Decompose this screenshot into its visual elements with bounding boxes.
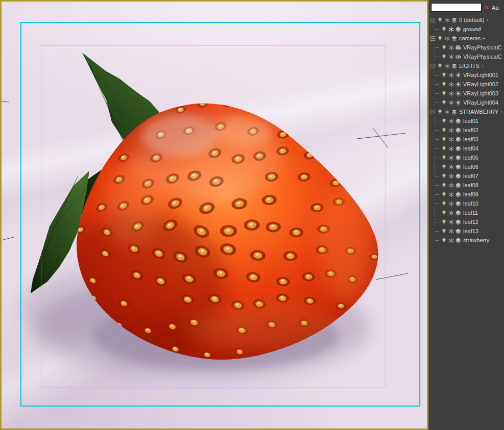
tree-row-vraylight001[interactable]: VRayLight001 — [429, 70, 504, 80]
collapse-toggle[interactable]: − — [431, 36, 435, 41]
snowflake-icon[interactable] — [448, 72, 455, 79]
snowflake-icon[interactable] — [444, 109, 450, 115]
node-label[interactable]: LIGHTS — [459, 63, 480, 69]
node-label[interactable]: leaf02 — [463, 127, 478, 133]
snowflake-icon[interactable] — [448, 127, 455, 134]
node-label[interactable]: leaf06 — [463, 164, 478, 170]
lightbulb-icon[interactable] — [441, 72, 447, 79]
tree-row-leaf08[interactable]: leaf08 — [429, 181, 504, 190]
tree-row-strawberry[interactable]: −STRAWBERRY+ — [429, 107, 504, 116]
lightbulb-icon[interactable] — [441, 173, 447, 180]
tree-row-leaf04[interactable]: leaf04 — [429, 144, 504, 153]
snowflake-icon[interactable] — [448, 228, 455, 235]
node-label[interactable]: leaf08 — [463, 182, 478, 188]
snowflake-icon[interactable] — [448, 81, 455, 88]
lightbulb-icon[interactable] — [441, 145, 447, 152]
snowflake-icon[interactable] — [448, 145, 455, 152]
viewport[interactable] — [2, 2, 427, 428]
tree-row-leaf02[interactable]: leaf02 — [429, 125, 504, 135]
lightbulb-icon[interactable] — [437, 63, 443, 69]
tree-row-cameras[interactable]: −cameras+ — [429, 34, 504, 43]
lightbulb-icon[interactable] — [441, 228, 447, 235]
lightbulb-icon[interactable] — [441, 127, 447, 134]
node-label[interactable]: leaf04 — [463, 145, 478, 151]
tree-row-0-default[interactable]: −0 (default)+ — [429, 15, 504, 24]
lightbulb-icon[interactable] — [441, 155, 447, 161]
tree-row-vraylight003[interactable]: VRayLight003 — [429, 89, 504, 98]
tree-row-leaf06[interactable]: leaf06 — [429, 162, 504, 171]
lightbulb-icon[interactable] — [441, 90, 447, 97]
tree-row-leaf11[interactable]: leaf11 — [429, 208, 504, 217]
lightbulb-icon[interactable] — [441, 182, 447, 189]
tree-row-lights[interactable]: −LIGHTS+ — [429, 61, 504, 70]
node-label[interactable]: leaf09 — [463, 191, 478, 197]
lightbulb-icon[interactable] — [437, 17, 443, 23]
node-label[interactable]: strawberry — [463, 237, 489, 243]
lightbulb-icon[interactable] — [441, 54, 447, 60]
snowflake-icon[interactable] — [448, 237, 455, 244]
tree-row-ground[interactable]: ground — [429, 24, 504, 34]
snowflake-icon[interactable] — [444, 17, 450, 23]
lightbulb-icon[interactable] — [441, 136, 447, 143]
snowflake-icon[interactable] — [448, 54, 455, 60]
snowflake-icon[interactable] — [448, 210, 455, 216]
tree-row-vraylight004[interactable]: VRayLight004 — [429, 98, 504, 107]
node-label[interactable]: leaf12 — [463, 219, 478, 225]
node-label[interactable]: VRayLight001 — [463, 72, 498, 78]
snowflake-icon[interactable] — [448, 219, 455, 225]
collapse-toggle[interactable]: − — [431, 64, 435, 68]
tree-row-leaf09[interactable]: leaf09 — [429, 190, 504, 199]
node-label[interactable]: ground — [463, 26, 481, 32]
node-label[interactable]: VRayPhysicalC — [463, 44, 502, 50]
node-label[interactable]: leaf01 — [463, 118, 478, 124]
case-sensitive-toggle[interactable]: Aa — [492, 5, 498, 11]
lightbulb-icon[interactable] — [441, 164, 447, 170]
snowflake-icon[interactable] — [448, 155, 455, 161]
tree-row-leaf03[interactable]: leaf03 — [429, 135, 504, 144]
lightbulb-icon[interactable] — [437, 109, 443, 115]
snowflake-icon[interactable] — [448, 200, 455, 207]
snowflake-icon[interactable] — [448, 99, 455, 106]
snowflake-icon[interactable] — [448, 90, 455, 97]
node-label[interactable]: cameras — [459, 35, 481, 41]
node-label[interactable]: leaf07 — [463, 173, 478, 179]
snowflake-icon[interactable] — [444, 35, 450, 42]
tree-row-leaf01[interactable]: leaf01 — [429, 116, 504, 125]
lightbulb-icon[interactable] — [441, 237, 447, 244]
tree-row-leaf05[interactable]: leaf05 — [429, 153, 504, 162]
lightbulb-icon[interactable] — [437, 35, 443, 42]
tree-row-vrayphysicalc[interactable]: VRayPhysicalC — [429, 43, 504, 52]
tree-row-leaf10[interactable]: leaf10 — [429, 199, 504, 208]
lightbulb-icon[interactable] — [441, 26, 447, 33]
node-label[interactable]: VRayLight002 — [463, 81, 498, 87]
node-label[interactable]: VRayPhysicalC — [463, 54, 502, 60]
snowflake-icon[interactable] — [448, 164, 455, 170]
tree-row-strawberry[interactable]: strawberry — [429, 236, 504, 245]
tree-row-leaf07[interactable]: leaf07 — [429, 171, 504, 181]
tree-row-vrayphysicalc[interactable]: VRayPhysicalC — [429, 52, 504, 61]
lightbulb-icon[interactable] — [441, 200, 447, 207]
node-label[interactable]: leaf13 — [463, 228, 478, 234]
snowflake-icon[interactable] — [448, 173, 455, 180]
snowflake-icon[interactable] — [448, 191, 455, 198]
clear-search-icon[interactable]: ✕ — [484, 5, 489, 11]
node-label[interactable]: VRayLight003 — [463, 90, 498, 96]
search-input[interactable] — [431, 3, 482, 12]
lightbulb-icon[interactable] — [441, 210, 447, 216]
collapse-toggle[interactable]: − — [431, 18, 435, 22]
tree-row-leaf12[interactable]: leaf12 — [429, 217, 504, 226]
lightbulb-icon[interactable] — [441, 219, 447, 225]
collapse-toggle[interactable]: − — [431, 110, 435, 114]
lightbulb-icon[interactable] — [441, 118, 447, 124]
tree-row-vraylight002[interactable]: VRayLight002 — [429, 80, 504, 89]
node-label[interactable]: leaf10 — [463, 200, 478, 207]
snowflake-icon[interactable] — [448, 182, 455, 189]
snowflake-icon[interactable] — [448, 118, 455, 124]
node-label[interactable]: 0 (default) — [459, 17, 485, 23]
snowflake-icon[interactable] — [444, 63, 450, 69]
snowflake-icon[interactable] — [448, 44, 455, 51]
node-label[interactable]: STRAWBERRY — [459, 109, 498, 115]
lightbulb-icon[interactable] — [441, 81, 447, 88]
snowflake-icon[interactable] — [448, 26, 455, 33]
tree-row-leaf13[interactable]: leaf13 — [429, 226, 504, 236]
